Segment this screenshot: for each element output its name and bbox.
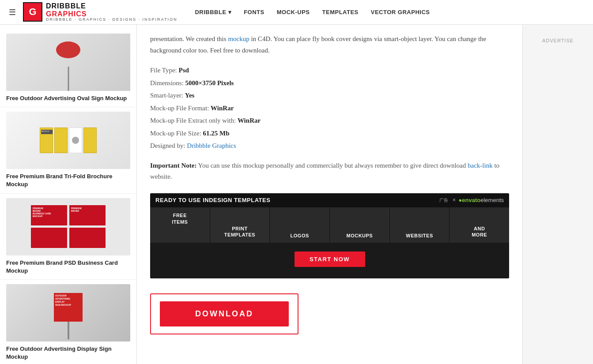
brand-name: DRIBBBLEGRAPHICS bbox=[46, 2, 177, 18]
ad-close-icon[interactable]: × bbox=[453, 197, 456, 204]
meta-designed-by: Designed by: Dribbble Graphics bbox=[150, 139, 509, 152]
ad-item-websites-label: WEBSITES bbox=[390, 233, 449, 238]
nav-mockups[interactable]: MOCK-UPS bbox=[277, 9, 310, 15]
meta-dimensions: Dimensions: 5000×3750 Pixels bbox=[150, 77, 509, 90]
page-wrapper: Free Outdoor Advertising Oval Sign Mocku… bbox=[0, 25, 593, 364]
right-sidebar: ADVERTISE bbox=[522, 25, 593, 364]
ad-item-logos[interactable]: LOGOS bbox=[270, 207, 330, 243]
download-wrapper: DOWNLOAD bbox=[150, 293, 298, 334]
ad-item-and-more[interactable]: ANDMORE bbox=[449, 207, 509, 243]
ad-item-print-templates[interactable]: PRINTTEMPLATES bbox=[210, 207, 270, 243]
ad-item-print-label: PRINTTEMPLATES bbox=[210, 225, 270, 238]
ad-item-mockups-label: MOCKUPS bbox=[330, 233, 389, 238]
nav-fonts[interactable]: FONTS bbox=[244, 9, 264, 15]
nav-templates[interactable]: TEMPLATES bbox=[322, 9, 359, 15]
ad-label: 广告 bbox=[439, 197, 448, 203]
sidebar-item-brochure-title: Free Premium Brand Tri-Fold Brochure Moc… bbox=[6, 173, 130, 188]
meta-file-type: File Type: Psd bbox=[150, 64, 509, 77]
nav-dribbble[interactable]: DRIBBBLE ▾ bbox=[195, 9, 231, 15]
logo[interactable]: G DRIBBBLEGRAPHICS DRIBBBLE · GRAPHICS ·… bbox=[23, 2, 177, 22]
back-link[interactable]: back-link bbox=[468, 162, 493, 169]
brand-sub: DRIBBBLE · GRAPHICS · DESIGNS · INSPIRAT… bbox=[46, 18, 177, 22]
ad-logo-area: 广告 × ●envatoelements bbox=[439, 197, 504, 204]
sidebar-item-brochure[interactable]: MOCKUP Free Premium Brand Tri-Fold Broch… bbox=[0, 107, 136, 193]
sidebar-item-oval-sign-title: Free Outdoor Advertising Oval Sign Mocku… bbox=[6, 94, 130, 102]
nav-vector-graphics[interactable]: VECTOR GRAPHICS bbox=[371, 9, 430, 15]
ad-item-free-items-label: FREEITEMS bbox=[170, 212, 189, 225]
meta-format: Mock-up File Format: WinRar bbox=[150, 102, 509, 115]
thumbnail-oval-sign bbox=[6, 34, 130, 91]
meta-smart-layer: Smart-layer: Yes bbox=[150, 89, 509, 102]
ad-items-grid: FREEITEMS PRINTTEMPLATES LOGOS MOCKUPS W… bbox=[150, 207, 509, 243]
header: ☰ G DRIBBBLEGRAPHICS DRIBBBLE · GRAPHICS… bbox=[0, 0, 593, 25]
sidebar-item-bizcard[interactable]: PREMIUMBRANDBUSINESS CARDMOCKUP PREMIUMB… bbox=[0, 194, 136, 280]
thumbnail-display-sign: OUTDOORADVERTISINGDISPLAYSIGN MOCKUP bbox=[6, 284, 130, 341]
meta-size: Mock-up File Size: 61.25 Mb bbox=[150, 127, 509, 140]
sidebar-item-display-sign-title: Free Outdoor Advertising Display Sign Mo… bbox=[6, 345, 130, 361]
ad-item-mockups[interactable]: MOCKUPS bbox=[330, 207, 390, 243]
sidebar-item-display-sign[interactable]: OUTDOORADVERTISINGDISPLAYSIGN MOCKUP Fre… bbox=[0, 280, 136, 364]
download-button[interactable]: DOWNLOAD bbox=[160, 301, 289, 326]
ad-banner-header: READY TO USE INDESIGN TEMPLATES 广告 × ●en… bbox=[150, 193, 509, 207]
advertise-label: ADVERTISE bbox=[527, 38, 589, 43]
important-note: Important Note: You can use this mockup … bbox=[150, 160, 509, 183]
meta-table: File Type: Psd Dimensions: 5000×3750 Pix… bbox=[150, 64, 509, 152]
left-sidebar: Free Outdoor Advertising Oval Sign Mocku… bbox=[0, 25, 137, 364]
thumbnail-bizcard: PREMIUMBRANDBUSINESS CARDMOCKUP PREMIUMB… bbox=[6, 198, 130, 255]
ad-item-free-items[interactable]: FREEITEMS bbox=[150, 207, 210, 243]
ad-start-now-button[interactable]: START NOW bbox=[295, 251, 365, 267]
menu-icon[interactable]: ☰ bbox=[9, 8, 16, 17]
mockup-link[interactable]: mockup bbox=[228, 35, 249, 42]
content-description: presentation. We created this mockup in … bbox=[150, 34, 509, 56]
main-content: presentation. We created this mockup in … bbox=[137, 25, 522, 364]
envato-logo: ●envatoelements bbox=[458, 197, 504, 203]
ad-banner-title: READY TO USE INDESIGN TEMPLATES bbox=[155, 197, 270, 203]
ad-item-more-label: ANDMORE bbox=[449, 225, 509, 238]
ad-banner: READY TO USE INDESIGN TEMPLATES 广告 × ●en… bbox=[150, 193, 509, 278]
sidebar-item-oval-sign[interactable]: Free Outdoor Advertising Oval Sign Mocku… bbox=[0, 29, 136, 107]
thumbnail-brochure: MOCKUP bbox=[6, 112, 130, 169]
designed-by-link[interactable]: Dribbble Graphics bbox=[187, 142, 236, 149]
logo-text-block: DRIBBBLEGRAPHICS DRIBBBLE · GRAPHICS · D… bbox=[46, 2, 177, 22]
logo-icon: G bbox=[23, 2, 42, 22]
main-nav: DRIBBBLE ▾ FONTS MOCK-UPS TEMPLATES VECT… bbox=[195, 8, 430, 16]
ad-item-logos-label: LOGOS bbox=[270, 233, 329, 238]
sidebar-item-bizcard-title: Free Premium Brand PSD Business Card Moc… bbox=[6, 259, 130, 275]
meta-extract: Mock-up File Extract only with: WinRar bbox=[150, 114, 509, 127]
ad-item-websites[interactable]: WEBSITES bbox=[390, 207, 450, 243]
